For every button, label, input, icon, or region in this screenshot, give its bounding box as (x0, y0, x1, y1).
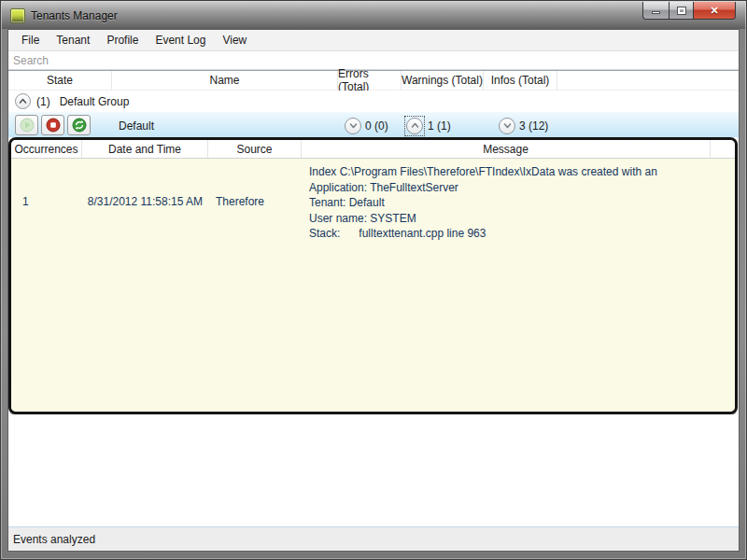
list-header-row: State Name Errors (Total) Warnings (Tota… (8, 70, 739, 91)
event-row[interactable]: 1 8/31/2012 11:58:15 AM Therefore Index … (11, 159, 735, 242)
column-header-source[interactable]: Source (208, 140, 302, 158)
status-bar: Events analyzed (8, 526, 739, 551)
message-line: Application: TheFulltextServer (309, 180, 707, 196)
column-header-errors[interactable]: Errors (Total) (338, 71, 402, 90)
menu-profile[interactable]: Profile (98, 31, 147, 49)
group-name: Default Group (60, 95, 130, 108)
errors-count: 0 (0) (365, 119, 388, 133)
start-tenant-button[interactable] (15, 115, 38, 135)
minimize-button[interactable] (642, 2, 669, 20)
group-collapse-button[interactable] (15, 93, 31, 109)
chevron-up-icon (410, 120, 420, 131)
status-text: Events analyzed (13, 533, 95, 546)
message-line: Tenant: Default (309, 195, 707, 211)
refresh-icon (72, 118, 87, 133)
window-title: Tenants Manager (31, 9, 118, 22)
client-area: File Tenant Profile Event Log View State… (7, 29, 740, 552)
event-occurrences: 1 (11, 162, 82, 242)
titlebar[interactable]: Tenants Manager ✕ (2, 2, 745, 29)
chevron-down-icon (348, 120, 359, 131)
details-header-row: Occurrences Date and Time Source Message (11, 140, 735, 159)
errors-counter: 0 (0) (345, 113, 388, 138)
column-header-message[interactable]: Message (302, 140, 711, 158)
app-icon (10, 8, 25, 23)
errors-expand-button[interactable] (345, 118, 361, 134)
tenant-name: Default (119, 113, 154, 138)
caption-buttons: ✕ (642, 2, 736, 20)
menu-tenant[interactable]: Tenant (48, 31, 98, 49)
event-datetime: 8/31/2012 11:58:15 AM (82, 162, 208, 242)
group-row[interactable]: (1) Default Group (8, 91, 739, 112)
stop-tenant-button[interactable] (41, 115, 64, 135)
warnings-collapse-button[interactable] (406, 118, 423, 134)
column-header-occurrences[interactable]: Occurrences (11, 140, 82, 158)
column-header-infos[interactable]: Infos (Total) (484, 71, 557, 90)
chevron-up-icon (18, 96, 28, 106)
infos-count: 3 (12) (519, 119, 548, 133)
event-message: Index C:\Program Files\Therefore\FTIndex… (302, 162, 711, 242)
details-body: 1 8/31/2012 11:58:15 AM Therefore Index … (11, 159, 735, 412)
warnings-counter: 1 (1) (404, 113, 451, 138)
group-count: (1) (36, 95, 50, 108)
infos-expand-button[interactable] (499, 118, 515, 134)
minimize-icon (652, 11, 660, 14)
menu-bar: File Tenant Profile Event Log View (8, 30, 739, 50)
menu-file[interactable]: File (13, 31, 48, 49)
close-button[interactable]: ✕ (694, 2, 736, 20)
stop-icon (46, 118, 61, 133)
app-window: Tenants Manager ✕ File Tenant Profile Ev… (0, 0, 747, 560)
message-line: Stack: fulltexttenant.cpp line 963 (309, 226, 707, 242)
column-header-trailing (711, 140, 735, 158)
maximize-icon (677, 7, 686, 15)
close-icon: ✕ (710, 5, 718, 17)
message-line: Index C:\Program Files\Therefore\FTIndex… (309, 164, 707, 180)
column-header-state[interactable]: State (8, 71, 112, 90)
column-header-name[interactable]: Name (112, 71, 338, 90)
refresh-tenant-button[interactable] (67, 115, 91, 135)
empty-list-area (8, 414, 739, 526)
menu-view[interactable]: View (214, 31, 255, 49)
warnings-count: 1 (1) (428, 119, 451, 133)
menu-event-log[interactable]: Event Log (147, 31, 214, 49)
event-trailing-cell (711, 162, 735, 242)
tenant-row[interactable]: Default 0 (0) 1 (1) 3 (12) (8, 112, 739, 137)
event-source: Therefore (208, 162, 302, 242)
message-line: User name: SYSTEM (309, 211, 707, 227)
focus-rectangle (404, 116, 425, 136)
play-icon (20, 118, 35, 133)
column-header-datetime[interactable]: Date and Time (82, 140, 208, 158)
maximize-button[interactable] (669, 2, 694, 20)
column-header-warnings[interactable]: Warnings (Total) (402, 71, 484, 90)
column-header-filler (557, 71, 739, 90)
event-details-panel: Occurrences Date and Time Source Message… (8, 137, 738, 414)
infos-counter: 3 (12) (499, 113, 548, 138)
chevron-down-icon (502, 120, 513, 131)
